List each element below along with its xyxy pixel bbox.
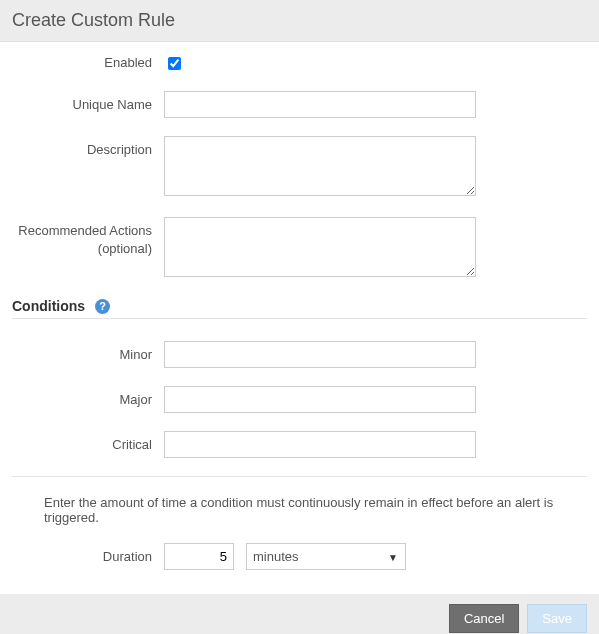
- conditions-heading-text: Conditions: [12, 298, 85, 314]
- duration-hint: Enter the amount of time a condition mus…: [44, 495, 587, 525]
- cancel-button[interactable]: Cancel: [449, 604, 519, 633]
- recommended-actions-textarea[interactable]: [164, 217, 476, 277]
- row-recommended-actions: Recommended Actions (optional): [12, 217, 587, 280]
- row-critical: Critical: [12, 431, 587, 458]
- dialog-body: Enabled Unique Name Description Recommen…: [0, 42, 599, 570]
- minor-label: Minor: [12, 341, 164, 364]
- divider: [12, 476, 587, 477]
- row-enabled: Enabled: [12, 54, 587, 73]
- dialog-footer: Cancel Save: [0, 594, 599, 634]
- major-label: Major: [12, 386, 164, 409]
- duration-input[interactable]: [164, 543, 234, 570]
- row-major: Major: [12, 386, 587, 413]
- critical-input[interactable]: [164, 431, 476, 458]
- recommended-actions-label: Recommended Actions (optional): [12, 217, 164, 257]
- enabled-checkbox[interactable]: [168, 57, 181, 70]
- dialog-title: Create Custom Rule: [12, 10, 587, 31]
- unique-name-input[interactable]: [164, 91, 476, 118]
- minor-input[interactable]: [164, 341, 476, 368]
- row-description: Description: [12, 136, 587, 199]
- row-unique-name: Unique Name: [12, 91, 587, 118]
- help-icon[interactable]: ?: [95, 299, 110, 314]
- dialog-header: Create Custom Rule: [0, 0, 599, 42]
- description-label: Description: [12, 136, 164, 159]
- conditions-heading: Conditions ?: [12, 298, 587, 319]
- critical-label: Critical: [12, 431, 164, 454]
- save-button[interactable]: Save: [527, 604, 587, 633]
- row-duration: Duration minutes ▼: [12, 543, 587, 570]
- row-minor: Minor: [12, 341, 587, 368]
- duration-unit-select[interactable]: minutes: [246, 543, 406, 570]
- major-input[interactable]: [164, 386, 476, 413]
- duration-unit-wrap: minutes ▼: [246, 543, 406, 570]
- enabled-label: Enabled: [12, 54, 164, 72]
- description-textarea[interactable]: [164, 136, 476, 196]
- duration-label: Duration: [12, 549, 164, 564]
- unique-name-label: Unique Name: [12, 91, 164, 114]
